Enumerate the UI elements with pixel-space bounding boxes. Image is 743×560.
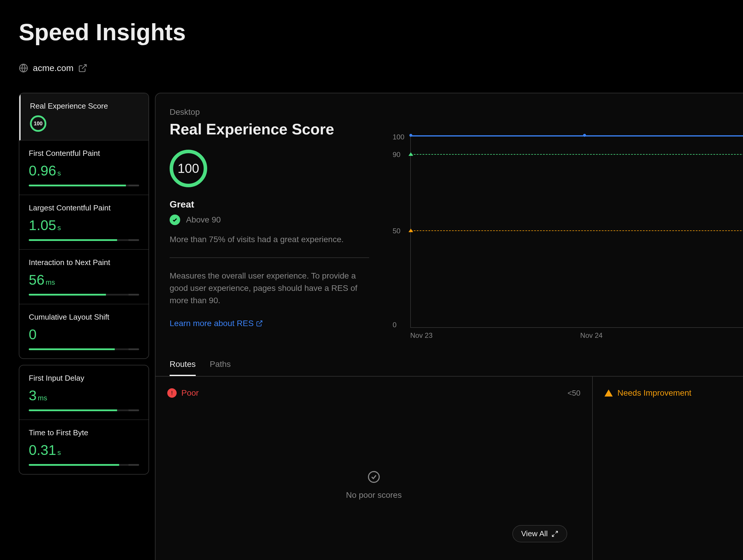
view-all-button[interactable]: View All [512, 525, 567, 543]
globe-icon [19, 63, 28, 73]
metrics-sidebar: Real Experience Score 100 First Contentf… [19, 93, 149, 560]
routes-needs-column: Needs Improvement 50 - 90 No needs impro… [593, 377, 743, 560]
detail-title: Real Experience Score [170, 120, 369, 138]
domain-link[interactable]: acme.com [19, 63, 87, 73]
description-text: Measures the overall user experience. To… [170, 270, 369, 307]
sidebar-item-metric[interactable]: Largest Contentful Paint 1.05s [19, 195, 148, 250]
check-badge-icon [170, 215, 180, 225]
visits-text: More than 75% of visits had a great expe… [170, 233, 369, 246]
sidebar-item-metric[interactable]: Cumulative Layout Shift 0 [19, 304, 148, 358]
score-ring-icon: 100 [30, 115, 46, 132]
sidebar-item-metric[interactable]: Interaction to Next Paint 56ms [19, 250, 148, 304]
threshold-90-line [411, 154, 743, 155]
main-panel: Desktop Real Experience Score 100 Great … [155, 93, 743, 560]
sidebar-item-res[interactable]: Real Experience Score 100 [19, 93, 148, 140]
sidebar-item-metric[interactable]: First Contentful Paint 0.96s [19, 140, 148, 195]
alert-icon: ! [167, 388, 177, 398]
expand-icon [552, 530, 558, 537]
p75-line [411, 135, 743, 136]
external-link-icon [256, 320, 263, 327]
score-ring-large: 100 [170, 150, 207, 187]
res-chart: 100 90 50 0 Nov 23Nov 24Nov 25Nov 26 [393, 134, 743, 340]
tab-routes[interactable]: Routes [170, 359, 196, 376]
warning-icon [605, 389, 613, 396]
threshold-50-line [411, 230, 743, 231]
sidebar-item-metric[interactable]: Time to First Byte 0.31s [19, 420, 148, 474]
learn-more-link[interactable]: Learn more about RES [170, 319, 263, 328]
check-circle-icon [367, 471, 380, 483]
page-title: Speed Insights [19, 19, 743, 46]
tab-paths[interactable]: Paths [210, 359, 231, 376]
header-bar: acme.com Production Desktop Mobile [19, 57, 743, 79]
svg-point-5 [368, 472, 380, 482]
platform-label: Desktop [170, 107, 369, 117]
sidebar-item-metric[interactable]: First Input Delay 3ms [19, 365, 148, 420]
threshold-text: Above 90 [186, 215, 221, 224]
rating-label: Great [170, 199, 369, 210]
external-link-icon [78, 63, 87, 73]
